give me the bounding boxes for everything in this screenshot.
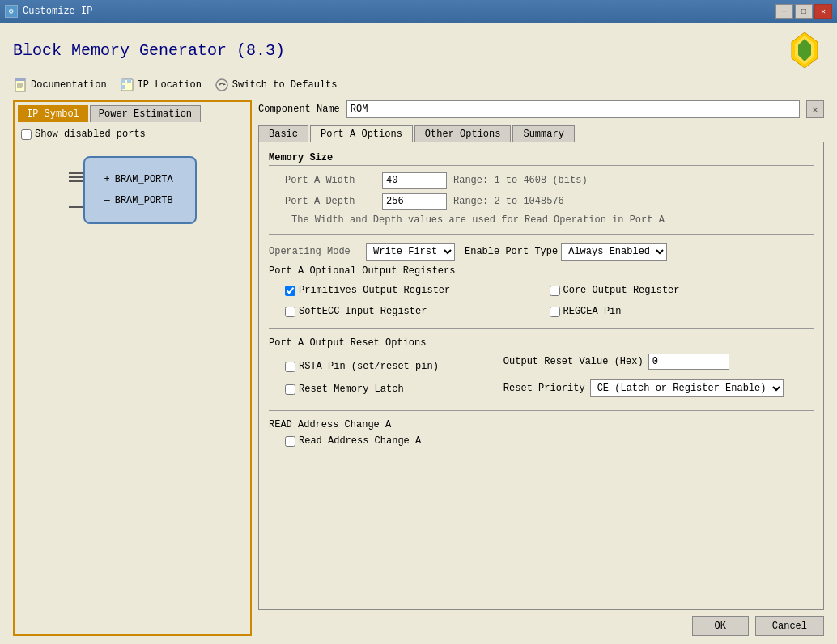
core-output-register-label: Core Output Register (563, 285, 680, 296)
switch-defaults-link[interactable]: Switch to Defaults (215, 78, 338, 92)
app-header: Block Memory Generator (8.3) (13, 31, 824, 70)
tab-power-estimation[interactable]: Power Estimation (90, 105, 201, 122)
primitives-output-register-checkbox[interactable] (285, 286, 295, 296)
reset-priority-select[interactable]: CE (Latch or Register Enable) SR (Set/Re… (590, 379, 784, 397)
tab-other-options[interactable]: Other Options (414, 125, 512, 142)
left-tabs-row: IP Symbol Power Estimation (15, 102, 250, 122)
optional-registers-checkboxes: Primitives Output Register Core Output R… (285, 282, 814, 320)
reset-priority-label: Reset Priority (503, 383, 585, 394)
read-address-header-row: READ Address Change A (269, 419, 814, 430)
svg-rect-9 (121, 79, 125, 83)
port-b-label: — BRAM_PORTB (104, 195, 176, 206)
core-output-register-checkbox[interactable] (550, 286, 560, 296)
output-reset-value-label: Output Reset Value (Hex) (503, 356, 644, 367)
ok-button[interactable]: OK (692, 616, 749, 636)
optional-registers-header: Port A Optional Output Registers (269, 265, 455, 277)
component-name-label: Component Name (258, 104, 340, 115)
close-button[interactable]: ✕ (814, 4, 832, 19)
tab-ip-symbol[interactable]: IP Symbol (18, 105, 88, 122)
documentation-link[interactable]: Documentation (13, 78, 107, 92)
ip-location-link[interactable]: IP Location (120, 78, 202, 92)
show-disabled-checkbox[interactable] (21, 129, 32, 140)
ip-location-icon (120, 78, 134, 92)
titlebar-left: ⚙ Customize IP (5, 5, 92, 18)
memory-size-header: Memory Size (269, 152, 814, 166)
toolbar: Documentation IP Location S (13, 78, 824, 92)
clear-component-name-button[interactable]: ✕ (806, 100, 824, 118)
port-a-width-input[interactable] (382, 172, 447, 189)
content-area: IP Symbol Power Estimation Show disabled… (13, 100, 824, 636)
reset-priority-row: Reset Priority CE (Latch or Register Ena… (503, 379, 784, 397)
titlebar: ⚙ Customize IP ─ □ ✕ (0, 0, 837, 23)
softecc-input-register-label: SoftECC Input Register (299, 306, 427, 317)
component-name-input[interactable] (346, 100, 800, 118)
rsta-pin-label: RSTA Pin (set/reset pin) (299, 361, 439, 372)
xilinx-logo (785, 31, 824, 70)
port-a-width-range: Range: 1 to 4608 (bits) (453, 175, 588, 186)
port-a-depth-range: Range: 2 to 1048576 (453, 196, 564, 207)
core-output-register-row: Core Output Register (550, 285, 814, 296)
reset-memory-latch-checkbox[interactable] (285, 384, 295, 395)
main-window: Block Memory Generator (8.3) Documentati… (0, 23, 837, 644)
ip-block: + BRAM_PORTA — BRAM_PORTB (83, 156, 197, 224)
output-reset-header-row: Port A Output Reset Options (269, 337, 814, 349)
right-panel: Component Name ✕ Basic Port A Options Ot… (258, 100, 824, 636)
titlebar-title: Customize IP (23, 6, 92, 17)
tab-basic[interactable]: Basic (258, 125, 308, 142)
app-title: Block Memory Generator (8.3) (13, 41, 285, 60)
ip-symbol-area: + BRAM_PORTA — BRAM_PORTB (21, 156, 244, 224)
output-reset-header: Port A Output Reset Options (269, 337, 426, 349)
minimize-button[interactable]: ─ (775, 4, 793, 19)
app-icon: ⚙ (5, 5, 18, 18)
show-disabled-label: Show disabled ports (35, 129, 146, 140)
port-a-width-label: Port A Width (285, 175, 382, 186)
read-address-change-checkbox[interactable] (285, 436, 295, 447)
output-reset-value-row: Output Reset Value (Hex) (503, 354, 784, 370)
tab-content-port-a-options: Memory Size Port A Width Range: 1 to 460… (258, 142, 824, 610)
switch-defaults-icon (215, 78, 229, 92)
documentation-icon (13, 78, 28, 92)
documentation-label: Documentation (31, 79, 107, 91)
port-a-label: + BRAM_PORTA (104, 174, 176, 185)
memory-size-note-row: The Width and Depth values are used for … (285, 214, 814, 226)
show-disabled-row: Show disabled ports (21, 129, 244, 140)
switch-defaults-label: Switch to Defaults (232, 79, 338, 91)
regcea-pin-label: REGCEA Pin (563, 306, 622, 317)
port-a-depth-row: Port A Depth Range: 2 to 1048576 (285, 193, 814, 210)
primitives-output-register-row: Primitives Output Register (285, 285, 550, 296)
port-a-depth-label: Port A Depth (285, 196, 382, 207)
enable-port-type-label: Enable Port Type (465, 246, 558, 257)
component-name-row: Component Name ✕ (258, 100, 824, 118)
port-a-depth-input[interactable] (382, 193, 447, 210)
bottom-buttons: OK Cancel (258, 610, 824, 636)
rsta-pin-row: RSTA Pin (set/reset pin) (285, 361, 439, 372)
tab-port-a-options[interactable]: Port A Options (310, 125, 413, 142)
titlebar-controls: ─ □ ✕ (775, 4, 832, 19)
read-address-header: READ Address Change A (269, 419, 391, 430)
ip-location-label: IP Location (138, 79, 202, 91)
operating-mode-row: Operating Mode Write First Read First No… (269, 243, 814, 261)
optional-registers-header-row: Port A Optional Output Registers (269, 265, 814, 277)
left-panel-content: Show disabled ports (15, 122, 250, 634)
memory-size-note: The Width and Depth values are used for … (291, 214, 665, 226)
reset-memory-latch-row: Reset Memory Latch (285, 383, 439, 395)
tab-summary[interactable]: Summary (512, 125, 574, 142)
read-address-change-label: Read Address Change A (299, 435, 421, 447)
cancel-button[interactable]: Cancel (755, 616, 824, 636)
right-tabs: Basic Port A Options Other Options Summa… (258, 125, 824, 142)
svg-rect-10 (121, 85, 125, 89)
enable-port-type-select[interactable]: Always Enabled Use ENA Pin (561, 243, 667, 261)
operating-mode-select[interactable]: Write First Read First No Change (366, 243, 455, 261)
regcea-pin-row: REGCEA Pin (550, 306, 814, 317)
rsta-pin-checkbox[interactable] (285, 362, 295, 372)
softecc-input-register-row: SoftECC Input Register (285, 306, 550, 317)
maximize-button[interactable]: □ (795, 4, 813, 19)
svg-rect-4 (15, 78, 25, 81)
regcea-pin-checkbox[interactable] (550, 307, 560, 317)
primitives-output-register-label: Primitives Output Register (299, 285, 450, 296)
port-a-width-row: Port A Width Range: 1 to 4608 (bits) (285, 172, 814, 189)
reset-memory-latch-label: Reset Memory Latch (299, 383, 404, 395)
softecc-input-register-checkbox[interactable] (285, 307, 295, 317)
left-panel: IP Symbol Power Estimation Show disabled… (13, 100, 252, 636)
output-reset-value-input[interactable] (648, 354, 729, 370)
